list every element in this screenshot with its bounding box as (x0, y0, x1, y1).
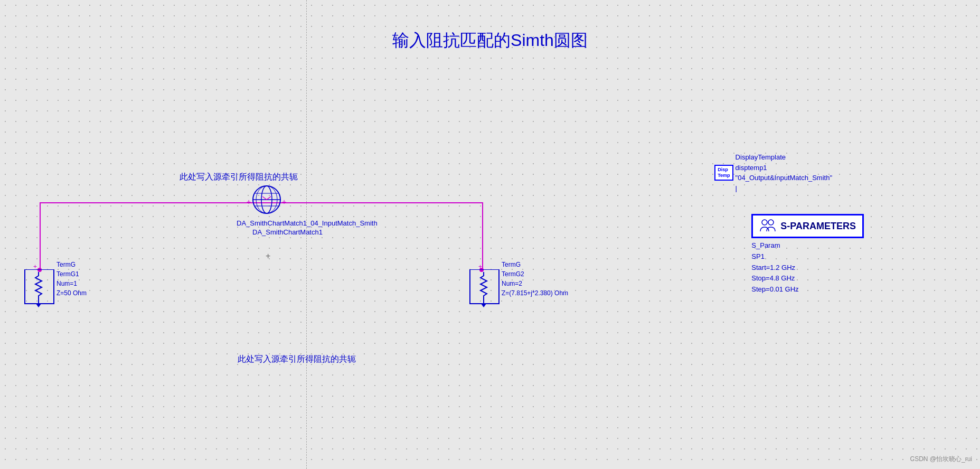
termg2-svg (469, 269, 501, 312)
termg2-num: Num=2 (502, 279, 568, 288)
sparam-step: Step=0.01 GHz (751, 284, 798, 295)
sparam-sp: SP1 (751, 251, 798, 262)
sparam-icon (759, 218, 776, 234)
svg-line-6 (262, 196, 267, 200)
termg1-labels: TermG TermG1 Num=1 Z=50 Ohm (56, 260, 87, 298)
termg1-num: Num=1 (56, 279, 87, 288)
page-title: 输入阻抗匹配的Simth圆图 (392, 29, 588, 52)
wire-left-vertical (40, 202, 41, 271)
svg-point-15 (768, 220, 774, 225)
sparam-name: S_Param (751, 240, 798, 251)
svg-marker-10 (36, 304, 41, 307)
disptemp-icon: DispTemp (714, 165, 733, 181)
wire-connector-right: + (282, 198, 286, 206)
disptemp-pipe: | (736, 183, 832, 194)
wire-right-vertical (482, 202, 483, 271)
bottom-annotation: 此处写入源牵引所得阻抗的共轭 (238, 354, 356, 365)
plus-marker: + (266, 251, 270, 261)
sparam-stop: Stop=4.8 GHz (751, 273, 798, 284)
disptemp-value: "04_Output&InputMatch_Smith" (736, 173, 832, 183)
sparam-box[interactable]: S-PARAMETERS (751, 214, 864, 238)
display-template-block[interactable]: DispTemp DisplayTemplate disptemp1 "04_O… (714, 152, 832, 193)
termg1-svg (24, 269, 55, 312)
termg1-z: Z=50 Ohm (56, 288, 87, 298)
termg1-name: TermG1 (56, 269, 87, 279)
termg2-labels: TermG TermG2 Num=2 Z=(7.815+j*2.380) Ohm (502, 260, 568, 298)
sparam-start: Start=1.2 GHz (751, 262, 798, 274)
sparam-block[interactable]: S-PARAMETERS S_Param SP1 Start=1.2 GHz S… (751, 214, 864, 238)
termg2-z: Z=(7.815+j*2.380) Ohm (502, 288, 568, 298)
termg2-type: TermG (502, 260, 568, 269)
watermark: CSDN @怡坎晓心_rui (910, 455, 972, 464)
disptemp-info: DisplayTemplate disptemp1 "04_Output&Inp… (736, 152, 832, 193)
component-label2: DA_SmithChartMatch1 (252, 228, 323, 236)
termg1-type: TermG (56, 260, 87, 269)
component-label1: DA_SmithChartMatch1_04_InputMatch_Smith (237, 219, 378, 227)
top-annotation: 此处写入源牵引所得阻抗的共轭 (180, 172, 298, 183)
svg-marker-13 (481, 304, 486, 307)
disptemp-title: DisplayTemplate (736, 152, 832, 163)
disptemp-name: disptemp1 (736, 163, 832, 173)
svg-point-14 (762, 220, 767, 225)
termg2-name: TermG2 (502, 269, 568, 279)
wire-connector-left: + (247, 198, 251, 206)
sparam-params: S_Param SP1 Start=1.2 GHz Stop=4.8 GHz S… (751, 240, 798, 295)
smith-chart-component[interactable] (251, 184, 282, 215)
sparam-title: S-PARAMETERS (780, 221, 856, 232)
svg-line-7 (267, 196, 271, 200)
disptemp-header: DispTemp DisplayTemplate disptemp1 "04_O… (714, 152, 832, 193)
